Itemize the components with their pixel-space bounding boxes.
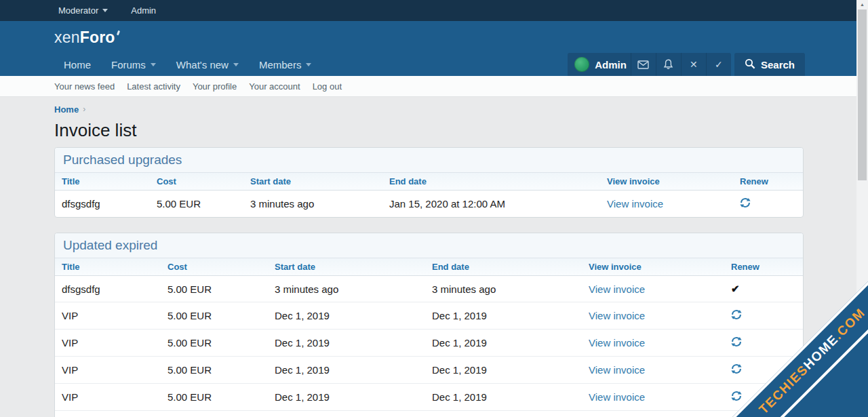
completed-check-icon: ✔: [731, 283, 740, 294]
xenforo-invoice-page: { "topbar": { "moderator": "Moderator", …: [0, 0, 868, 417]
cell-end-date: Dec 1, 2019: [425, 330, 582, 357]
panel-title: Purchased upgrades: [55, 148, 803, 173]
cell-end-date: Dec 1, 2019: [425, 357, 582, 384]
cell-renew: [724, 411, 803, 417]
cell-cost: 5.00 EUR: [161, 276, 268, 302]
chevron-down-icon: [233, 63, 239, 66]
cell-cost: 5.00 EUR: [161, 330, 268, 357]
page-title: Invoice list: [54, 120, 804, 141]
table-header-row: Title Cost Start date End date View invo…: [55, 173, 803, 191]
user-avatar[interactable]: [574, 57, 589, 72]
cell-title: VIP: [55, 330, 161, 357]
chevron-right-icon: ›: [83, 104, 85, 114]
col-end-date: End date: [425, 258, 582, 276]
sync-arrows-icon: [740, 197, 751, 208]
cell-view-invoice: View invoice: [582, 411, 724, 417]
invoice-row: dfsgsdfg5.00 EUR3 minutes agoJan 15, 202…: [55, 191, 803, 218]
cell-renew: [724, 357, 803, 384]
breadcrumb-home-link[interactable]: Home: [54, 104, 79, 115]
cell-renew: [724, 330, 803, 357]
cell-renew: [733, 191, 803, 218]
cell-start-date: Dec 1, 2019: [268, 302, 425, 330]
cell-title: dfsgsdfg: [55, 276, 161, 302]
moderator-menu[interactable]: Moderator: [58, 5, 108, 16]
scroll-up-icon[interactable]: ▲: [856, 0, 868, 9]
check-icon[interactable]: ✓: [706, 53, 731, 76]
sync-arrows-icon: [731, 391, 742, 401]
nav-label: What's new: [176, 59, 229, 71]
alerts-bell-icon[interactable]: [656, 53, 681, 76]
scroll-down-icon[interactable]: ▼: [856, 408, 868, 417]
search-icon: [745, 58, 755, 71]
sync-arrows-icon: [731, 363, 742, 374]
cell-title: VIP: [55, 411, 161, 417]
cell-renew: [724, 384, 803, 411]
view-invoice-link[interactable]: View invoice: [589, 283, 645, 295]
moderator-menu-label: Moderator: [58, 5, 98, 16]
subnav-log-out[interactable]: Log out: [313, 81, 342, 92]
subnav-latest-activity[interactable]: Latest activity: [127, 81, 180, 92]
view-invoice-link[interactable]: View invoice: [589, 364, 645, 376]
nav-label: Home: [64, 59, 91, 71]
invoice-row: VIP5.00 EURDec 1, 2019Dec 1, 2019View in…: [55, 302, 803, 330]
renew-button[interactable]: [731, 309, 742, 320]
account-tab: Admin ✕ ✓: [568, 53, 731, 76]
nav-item-members[interactable]: Members: [249, 53, 322, 76]
cell-end-date: Nov 17, 2019: [425, 411, 582, 417]
admin-link[interactable]: Admin: [131, 5, 156, 16]
subnav-your-news-feed[interactable]: Your news feed: [54, 81, 115, 92]
col-view-invoice: View invoice: [600, 173, 733, 191]
nav-item-home[interactable]: Home: [54, 53, 101, 76]
close-icon[interactable]: ✕: [681, 53, 706, 76]
cell-start-date: Dec 1, 2019: [268, 384, 425, 411]
cell-cost: 5.00 EUR: [161, 357, 268, 384]
renew-button[interactable]: [731, 391, 742, 401]
col-start-date: Start date: [243, 173, 382, 191]
cell-title: VIP: [55, 302, 161, 330]
invoice-row: VIP5.00 EURDec 1, 2019Dec 1, 2019View in…: [55, 357, 803, 384]
cell-cost: 5.00 EUR: [150, 191, 243, 218]
cell-cost: 5.00 EUR: [161, 384, 268, 411]
nav-item-forums[interactable]: Forums: [101, 53, 166, 76]
col-renew: Renew: [733, 173, 803, 191]
col-renew: Renew: [724, 258, 803, 276]
invoice-row: dfsgsdfg5.00 EUR3 minutes ago3 minutes a…: [55, 276, 803, 302]
vertical-scrollbar[interactable]: ▲ ▼: [856, 0, 868, 417]
cell-end-date: 3 minutes ago: [425, 276, 582, 302]
nav-item-whats-new[interactable]: What's new: [166, 53, 249, 76]
panel-title: Updated expired: [55, 233, 803, 258]
invoice-row: VIP5.00 EURNov 17, 2019Nov 17, 2019View …: [55, 411, 803, 417]
updated-expired-panel: Updated expired Title Cost Start date En…: [54, 233, 804, 417]
messages-icon[interactable]: [631, 53, 656, 76]
sync-arrows-icon: [731, 309, 742, 320]
logo-text-xen: xen: [54, 28, 80, 46]
cell-cost: 5.00 EUR: [161, 411, 268, 417]
xenforo-logo[interactable]: xenForo: [54, 28, 119, 47]
view-invoice-link[interactable]: View invoice: [607, 198, 663, 210]
cell-title: VIP: [55, 357, 161, 384]
cell-view-invoice: View invoice: [582, 357, 724, 384]
view-invoice-link[interactable]: View invoice: [589, 391, 645, 403]
view-invoice-link[interactable]: View invoice: [589, 310, 645, 321]
cell-title: VIP: [55, 384, 161, 411]
subnav-your-profile[interactable]: Your profile: [193, 81, 237, 92]
user-subnav: Your news feed Latest activity Your prof…: [0, 76, 868, 97]
chevron-down-icon: [102, 9, 108, 12]
renew-button[interactable]: [731, 336, 742, 347]
scrollbar-thumb[interactable]: [858, 9, 867, 180]
site-header: xenForo Home Forums What's new Members A…: [0, 21, 868, 76]
username-label[interactable]: Admin: [595, 59, 627, 71]
renew-button[interactable]: [740, 197, 751, 208]
updated-expired-table: Title Cost Start date End date View invo…: [55, 258, 803, 417]
view-invoice-link[interactable]: View invoice: [589, 337, 645, 349]
subnav-your-account[interactable]: Your account: [249, 81, 300, 92]
search-button[interactable]: Search: [734, 53, 805, 76]
renew-button[interactable]: [731, 363, 742, 374]
table-header-row: Title Cost Start date End date View invo…: [55, 258, 803, 276]
cell-title: dfsgsdfg: [55, 191, 150, 218]
col-title: Title: [55, 258, 161, 276]
nav-label: Forums: [111, 59, 146, 71]
main-content: Home › Invoice list Purchased upgrades T…: [54, 104, 804, 417]
watermark-text-part: HOME: [801, 332, 841, 372]
cell-start-date: Dec 1, 2019: [268, 357, 425, 384]
